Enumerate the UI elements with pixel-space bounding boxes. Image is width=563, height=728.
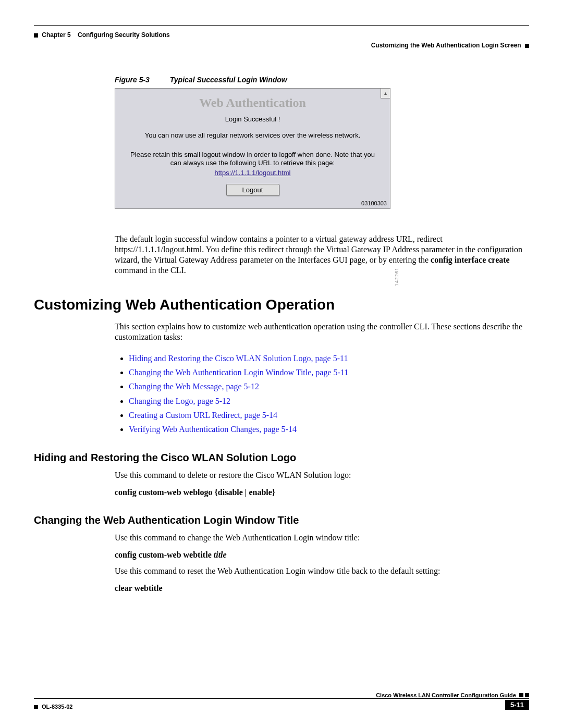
sub1-body: Use this command to delete or restore th… [115, 469, 529, 498]
para1-c: command in the CLI. [115, 266, 186, 275]
page-footer: Cisco Wireless LAN Controller Configurat… [34, 698, 529, 710]
sub2-desc1: Use this command to change the Web Authe… [115, 532, 529, 544]
header-left-square-icon [34, 33, 38, 38]
section-title: Customizing the Web Authentication Login… [371, 42, 521, 49]
header-left: Chapter 5 Configuring Security Solutions [34, 31, 170, 39]
list-item: Verifying Web Authentication Changes, pa… [129, 422, 529, 436]
button-row: Logout [115, 182, 390, 208]
link-hiding-logo[interactable]: Hiding and Restoring the Cisco WLAN Solu… [129, 354, 348, 363]
login-msg2: Please retain this small logout window i… [115, 151, 390, 169]
figure-title: Typical Successful Login Window [170, 76, 287, 84]
link-changing-title[interactable]: Changing the Web Authentication Login Wi… [129, 368, 348, 377]
header-right: Customizing the Web Authentication Login… [371, 42, 529, 49]
list-item: Changing the Web Message, page 5-12 [129, 379, 529, 393]
list-item: Changing the Web Authentication Login Wi… [129, 365, 529, 379]
sub2-command1: config custom-web webtitle title [115, 549, 529, 561]
link-custom-redirect[interactable]: Creating a Custom URL Redirect, page 5-1… [129, 411, 277, 419]
subheading-changing-title: Changing the Web Authentication Login Wi… [34, 514, 529, 526]
figure-sidecode: 142261 [394, 267, 399, 286]
header-right-square-icon [525, 44, 529, 48]
login-success-text: Login Successful ! [115, 114, 390, 131]
figure-caption: Figure 5-3 Typical Successful Login Wind… [115, 76, 529, 84]
link-verifying-changes[interactable]: Verifying Web Authentication Changes, pa… [129, 425, 297, 434]
figure-label: Figure 5-3 [115, 76, 150, 84]
window-title: Web Authentication [115, 89, 390, 114]
page-number-badge: 5-11 [505, 700, 529, 710]
paragraph-default-login: The default login successful window cont… [115, 234, 529, 276]
list-item: Changing the Logo, page 5-12 [129, 394, 529, 408]
scroll-up-icon[interactable]: ▴ [381, 89, 390, 98]
footer-rule [34, 698, 529, 699]
list-item: Creating a Custom URL Redirect, page 5-1… [129, 408, 529, 422]
sub1-desc: Use this command to delete or restore th… [115, 469, 529, 481]
footer-right: 5-11 [505, 700, 529, 710]
figure-stamp: 03100303 [361, 200, 387, 206]
sub1-command: config custom-web weblogo {disable | ena… [115, 486, 529, 498]
logout-button[interactable]: Logout [226, 184, 279, 196]
footer-guide-text: Cisco Wireless LAN Controller Configurat… [376, 692, 516, 698]
login-msg1: You can now use all regular network serv… [115, 131, 390, 151]
footer-guide: Cisco Wireless LAN Controller Configurat… [376, 692, 529, 698]
logout-url-link[interactable]: https://1.1.1.1/logout.html [115, 169, 390, 182]
page: Chapter 5 Configuring Security Solutions… [0, 0, 563, 728]
footer-doc-number: OL-8335-02 [42, 704, 72, 710]
para1-cmd: config interface create [431, 255, 510, 264]
page-header: Chapter 5 Configuring Security Solutions… [34, 16, 529, 47]
figure-login-window: ▴ Web Authentication Login Successful ! … [115, 88, 390, 209]
header-rule [34, 25, 529, 26]
subheading-hiding-logo: Hiding and Restoring the Cisco WLAN Solu… [34, 452, 529, 464]
chapter-title: Configuring Security Solutions [78, 31, 170, 39]
chapter-number: Chapter 5 [42, 31, 70, 39]
sub2-command2: clear webtitle [115, 582, 529, 594]
footer-left: OL-8335-02 [34, 704, 72, 710]
footer-square-icon [525, 693, 529, 697]
footer-square-icon [519, 693, 523, 697]
link-list: Hiding and Restoring the Cisco WLAN Solu… [117, 351, 529, 436]
sub2-cmd1-a: config custom-web webtitle [115, 550, 214, 559]
link-changing-message[interactable]: Changing the Web Message, page 5-12 [129, 382, 259, 391]
sub2-cmd1-arg: title [214, 550, 227, 559]
link-changing-logo[interactable]: Changing the Logo, page 5-12 [129, 397, 230, 405]
sub2-desc2: Use this command to reset the Web Authen… [115, 565, 529, 577]
list-item: Hiding and Restoring the Cisco WLAN Solu… [129, 351, 529, 365]
section-intro: This section explains how to customize w… [115, 322, 529, 343]
footer-left-square-icon [34, 705, 38, 709]
section-heading: Customizing Web Authentication Operation [34, 297, 529, 313]
sub2-body: Use this command to change the Web Authe… [115, 532, 529, 595]
